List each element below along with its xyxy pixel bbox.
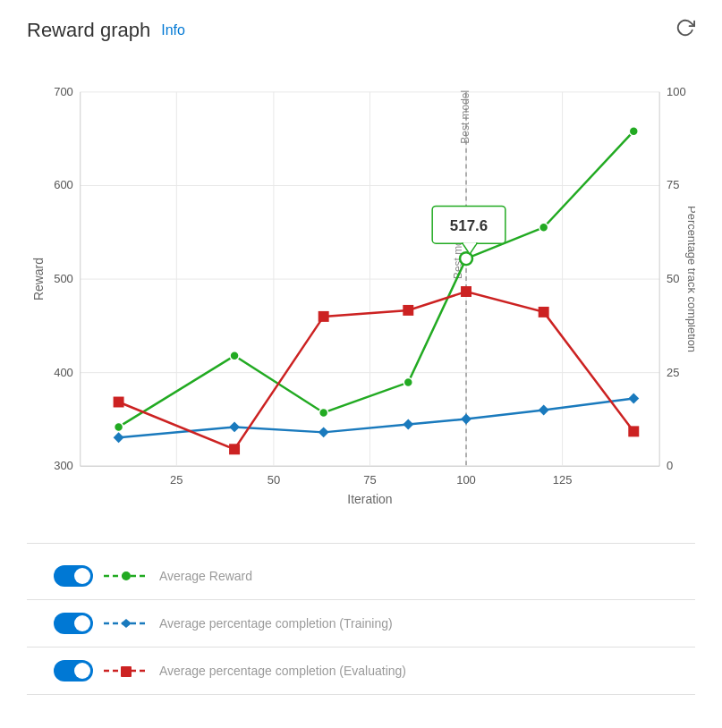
x-tick-25: 25 [170, 473, 183, 487]
eval-point-5 [461, 286, 471, 297]
avg-reward-point-7 [629, 127, 638, 136]
toggle-avg-reward[interactable] [54, 565, 93, 587]
x-tick-75: 75 [363, 473, 376, 487]
legend-label-avg-pct-evaluating: Average percentage completion (Evaluatin… [159, 664, 406, 678]
train-point-7 [628, 394, 639, 404]
train-point-5 [461, 413, 471, 424]
eval-point-6 [539, 307, 549, 317]
legend-section: Average Reward Average percentage comple… [27, 543, 695, 695]
legend-line-evaluating [104, 664, 149, 678]
toggle-avg-pct-evaluating[interactable] [54, 660, 93, 681]
tooltip-value: 517.6 [450, 217, 488, 234]
eval-point-2 [229, 444, 240, 454]
train-point-6 [539, 404, 549, 415]
train-point-1 [114, 432, 124, 443]
y-right-tick-50: 50 [667, 272, 679, 285]
eval-point-1 [114, 397, 124, 408]
y-tick-400: 400 [54, 366, 73, 379]
avg-reward-point-3 [319, 408, 328, 417]
avg-pct-training-line [119, 399, 634, 438]
y-tick-500: 500 [54, 272, 73, 285]
legend-label-avg-reward: Average Reward [159, 569, 252, 583]
info-button[interactable]: Info [161, 22, 185, 38]
train-point-3 [319, 427, 329, 437]
toggle-thumb-evaluating [74, 663, 90, 679]
avg-reward-point-best [460, 252, 472, 265]
x-tick-50: 50 [268, 473, 280, 487]
refresh-button[interactable] [675, 18, 695, 42]
toggle-thumb-avg-reward [74, 568, 90, 584]
legend-item-avg-pct-evaluating: Average percentage completion (Evaluatin… [27, 648, 695, 695]
svg-marker-6 [121, 619, 132, 628]
legend-line-training [104, 616, 149, 631]
x-axis-label: Iteration [347, 492, 392, 506]
svg-point-4 [122, 571, 131, 580]
y-right-tick-75: 75 [667, 178, 679, 191]
svg-rect-8 [121, 666, 132, 677]
x-tick-100: 100 [456, 473, 476, 487]
avg-reward-point-6 [539, 223, 548, 232]
train-point-4 [403, 419, 413, 429]
chart-area: 300 400 500 600 700 0 25 50 75 100 25 50… [27, 60, 695, 525]
avg-reward-point-4 [403, 378, 412, 387]
eval-point-3 [319, 311, 329, 322]
eval-point-4 [403, 305, 413, 316]
avg-pct-evaluating-line [119, 292, 634, 449]
avg-reward-point-1 [115, 422, 123, 431]
chart-svg: 300 400 500 600 700 0 25 50 75 100 25 50… [27, 60, 695, 525]
page-header: Reward graph Info [27, 18, 695, 42]
y-tick-600: 600 [54, 178, 73, 191]
legend-line-avg-reward [104, 569, 149, 583]
train-point-2 [229, 421, 240, 432]
y-axis-right-label: Percentage track completion [685, 206, 695, 352]
header-left: Reward graph Info [27, 19, 185, 42]
legend-item-avg-pct-training: Average percentage completion (Training) [27, 600, 695, 648]
y-tick-300: 300 [54, 459, 73, 472]
toggle-avg-pct-training[interactable] [54, 613, 93, 634]
y-axis-left-label: Reward [31, 258, 46, 301]
legend-item-avg-reward: Average Reward [27, 553, 695, 600]
eval-point-7 [628, 426, 639, 436]
y-tick-700: 700 [54, 85, 73, 98]
refresh-icon [675, 18, 695, 38]
x-tick-125: 125 [553, 473, 573, 487]
best-model-label: Best model [459, 90, 471, 144]
legend-label-avg-pct-training: Average percentage completion (Training) [159, 616, 393, 631]
y-right-tick-100: 100 [667, 85, 686, 98]
avg-reward-point-2 [230, 351, 239, 360]
y-right-tick-25: 25 [667, 366, 679, 379]
page-title: Reward graph [27, 19, 150, 42]
toggle-thumb-training [74, 615, 90, 631]
y-right-tick-0: 0 [667, 459, 673, 472]
